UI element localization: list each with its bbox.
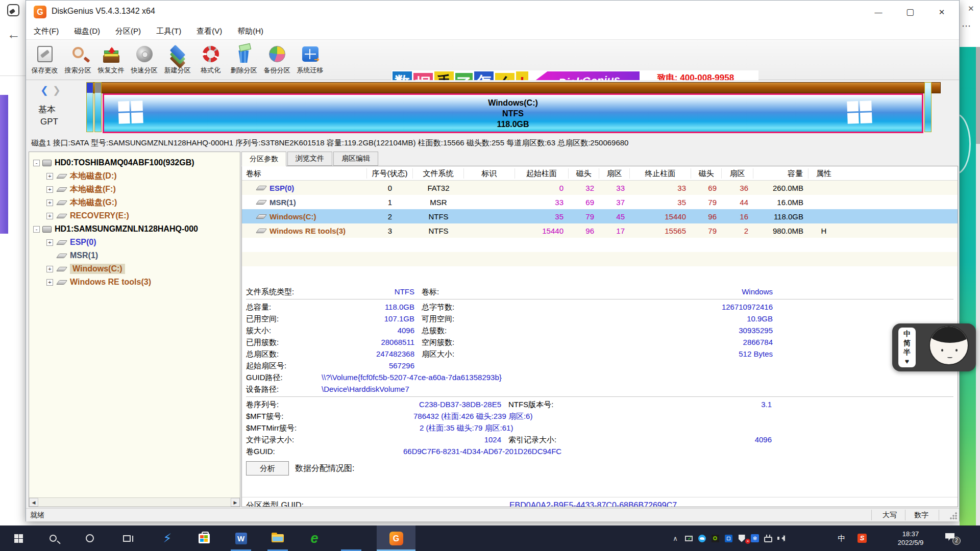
delete-partition-button[interactable]: 删除分区 [227, 41, 260, 79]
tray-chevron-up-icon[interactable]: ∧ [669, 535, 682, 542]
menu-tools[interactable]: 工具(T) [156, 27, 181, 36]
browser-back-icon[interactable]: ← [7, 27, 20, 42]
partition-icon [56, 174, 67, 179]
taskbar-clock[interactable]: 18:37 2022/5/9 [886, 530, 935, 547]
table-row[interactable]: Windows RE tools(3) 3 NTFS 15440 96 17 1… [242, 223, 958, 238]
expand-icon[interactable]: + [46, 199, 53, 206]
cortana-button[interactable] [78, 525, 102, 551]
tray-volume-icon[interactable]: ) [775, 535, 788, 542]
search-partition-button[interactable]: 搜索分区 [61, 41, 94, 79]
taskbar-app-explorer[interactable] [265, 525, 290, 551]
msr-partition-block[interactable] [94, 82, 102, 132]
tray-pc-status-icon[interactable] [682, 536, 695, 541]
tray-intel-graphics-icon[interactable] [722, 535, 735, 542]
tree-item-hd1[interactable]: - HD1:SAMSUNGMZNLN128HAHQ-000 [29, 222, 240, 236]
prev-disk-icon[interactable]: ❮ [40, 84, 48, 96]
tree-item-hd0[interactable]: - HD0:TOSHIBAMQ04ABF100(932GB) [29, 156, 240, 169]
taskbar-app-edge[interactable] [339, 525, 363, 551]
scroll-right-icon[interactable]: ▶ [231, 498, 240, 507]
cortana-icon [86, 534, 94, 542]
edge-icon [345, 532, 358, 545]
tree-item-recovery-e[interactable]: + RECOVERY(E:) [29, 209, 240, 222]
menu-disk[interactable]: 磁盘(D) [74, 27, 100, 36]
partition-icon [56, 267, 67, 271]
ime-mode-chinese[interactable]: 中 [903, 330, 911, 338]
tree-horizontal-scrollbar[interactable]: ◀ ▶ [29, 497, 240, 507]
disk-bar[interactable] [86, 82, 941, 93]
expand-icon[interactable]: + [46, 173, 53, 180]
task-view-button[interactable] [114, 525, 139, 551]
expand-icon[interactable]: + [46, 239, 53, 246]
ime-mode-halfwidth[interactable]: 半 [903, 348, 911, 356]
tree-item-local-f[interactable]: + 本地磁盘(F:) [29, 183, 240, 196]
close-button[interactable]: ✕ [926, 1, 957, 23]
ime-favorite-icon[interactable]: ♥ [905, 357, 909, 365]
collapse-icon[interactable]: - [33, 226, 40, 233]
taskbar-app-ie[interactable]: e [302, 525, 327, 551]
start-button[interactable] [6, 525, 31, 551]
scroll-left-icon[interactable]: ◀ [29, 498, 38, 507]
next-disk-icon[interactable]: ❯ [53, 84, 61, 96]
recover-files-icon [101, 43, 122, 65]
new-partition-button[interactable]: 新建分区 [161, 41, 194, 79]
save-changes-button[interactable]: 保存更改 [28, 41, 61, 79]
tab-partition-parameters[interactable]: 分区参数 [241, 152, 286, 166]
new-partition-icon [167, 43, 188, 65]
ime-status-pill: 中 简 半 ♥ [898, 328, 916, 367]
sogou-ime-widget[interactable]: 中 简 半 ♥ [892, 323, 976, 371]
system-migration-button[interactable]: ➜ 系统迁移 [293, 41, 327, 79]
analyze-button[interactable]: 分析 [246, 461, 289, 475]
browser-scrollbar-thumb[interactable] [976, 47, 980, 144]
expand-icon[interactable]: + [46, 279, 53, 286]
quick-partition-button[interactable]: 快速分区 [128, 41, 161, 79]
tree-item-msr[interactable]: MSR(1) [29, 249, 240, 262]
taskbar-app-word[interactable]: W [229, 525, 253, 551]
browser-more-icon[interactable]: ⋯ [962, 20, 971, 32]
tree-item-windows-c[interactable]: + Windows(C:) [29, 262, 240, 276]
taskbar-app-store[interactable] [192, 525, 216, 551]
table-row-selected[interactable]: Windows(C:) 2 NTFS 35 79 45 15440 96 16 … [242, 209, 958, 223]
taskbar-app-diskgenius[interactable]: G [377, 525, 415, 551]
menu-partition[interactable]: 分区(P) [115, 27, 141, 36]
maximize-button[interactable]: ▢ [895, 1, 925, 23]
taskbar-app-flash[interactable]: ⚡ [155, 525, 180, 551]
tray-sogou-icon[interactable]: S [855, 525, 869, 551]
minimize-button[interactable]: — [863, 1, 894, 23]
expand-icon[interactable]: + [46, 213, 53, 219]
menu-view[interactable]: 查看(V) [197, 27, 222, 36]
tree-item-esp[interactable]: + ESP(0) [29, 236, 240, 249]
word-icon: W [235, 533, 247, 544]
expand-icon[interactable]: + [46, 266, 53, 272]
menu-help[interactable]: 帮助(H) [237, 27, 263, 36]
browser-close-icon[interactable]: ✕ [968, 4, 974, 13]
menu-file[interactable]: 文件(F) [34, 27, 59, 36]
expand-icon[interactable]: + [46, 186, 53, 193]
taskbar-search-button[interactable] [41, 525, 65, 551]
tree-item-windows-re[interactable]: + Windows RE tools(3) [29, 276, 240, 289]
ime-mode-simplified[interactable]: 简 [903, 339, 911, 347]
browser-tab-icon[interactable] [7, 4, 19, 16]
collapse-icon[interactable]: - [33, 160, 40, 166]
tray-nvidia-icon[interactable] [708, 535, 722, 542]
tree-item-local-g[interactable]: + 本地磁盘(G:) [29, 196, 240, 209]
tray-messenger-icon[interactable] [695, 535, 708, 542]
resize-grip[interactable] [950, 512, 957, 519]
format-button[interactable]: 格式化 [194, 41, 227, 79]
table-row[interactable]: ESP(0) 0 FAT32 0 32 33 33 69 36 260.0MB [242, 181, 958, 195]
tray-power-icon[interactable] [762, 535, 775, 542]
system-tray: ∧ × ❄ ) [669, 525, 788, 551]
tree-item-local-d[interactable]: + 本地磁盘(D:) [29, 169, 240, 183]
tab-browse-files[interactable]: 浏览文件 [287, 152, 332, 166]
tab-sector-edit[interactable]: 扇区编辑 [333, 152, 378, 166]
winre-partition-block[interactable] [924, 82, 932, 132]
search-icon [50, 535, 57, 542]
ime-indicator[interactable]: 中 [835, 525, 848, 551]
backup-partition-button[interactable]: 备份分区 [260, 41, 293, 79]
tray-security-icon[interactable]: × [735, 535, 748, 542]
recover-files-button[interactable]: 恢复文件 [94, 41, 128, 79]
table-row[interactable]: MSR(1) 1 MSR 33 69 37 35 79 44 16.0MB [242, 195, 958, 209]
windows-c-partition-block[interactable]: Windows(C:) NTFS 118.0GB [103, 93, 923, 133]
ime-mascot-avatar [929, 325, 969, 365]
ime-chinese-icon: 中 [835, 534, 848, 543]
esp-partition-block[interactable] [86, 82, 93, 132]
